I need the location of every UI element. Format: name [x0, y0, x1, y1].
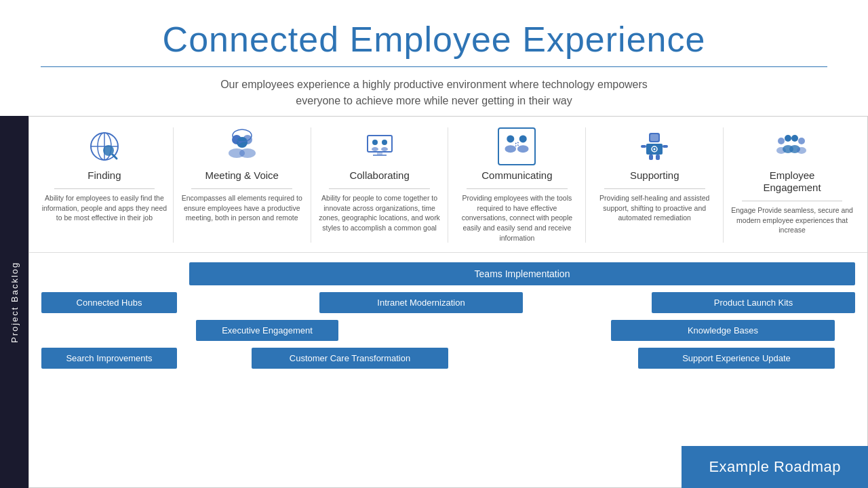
example-roadmap-badge: Example Roadmap: [682, 446, 868, 488]
svg-rect-12: [368, 136, 392, 152]
content-panel: Finding Ability for employees to easily …: [28, 116, 868, 488]
pillar-meeting: Meeting & Voice Encompasses all elements…: [174, 127, 311, 243]
svg-point-17: [372, 147, 378, 151]
svg-point-21: [505, 145, 517, 152]
pillar-finding-title: Finding: [87, 169, 121, 182]
customer-care-btn[interactable]: Customer Care Transformation: [252, 348, 448, 369]
svg-point-31: [654, 148, 656, 150]
header-section: Connected Employee Experience Our employ…: [0, 0, 868, 116]
svg-point-8: [237, 137, 248, 148]
globe-icon: [85, 127, 123, 165]
project-backlog-sidebar: Project Backlog: [0, 116, 28, 488]
pillar-engagement-title: Employee Engagement: [764, 169, 821, 194]
svg-point-34: [791, 135, 798, 142]
svg-point-16: [382, 140, 387, 145]
pillar-divider: [742, 201, 843, 201]
svg-point-22: [517, 145, 529, 152]
pillar-divider: [467, 188, 568, 189]
pillars-section: Finding Ability for employees to easily …: [29, 117, 867, 253]
pillar-divider: [604, 188, 705, 189]
support-experience-btn[interactable]: Support Experience Update: [638, 348, 835, 369]
pillar-communicating-title: Communicating: [481, 169, 552, 182]
intranet-modernization-btn[interactable]: Intranet Modernization: [319, 292, 523, 313]
pillar-collaborating: Collaborating Ability for people to come…: [311, 127, 449, 243]
page-container: Connected Employee Experience Our employ…: [0, 0, 868, 488]
knowledge-bases-btn[interactable]: Knowledge Bases: [611, 320, 835, 341]
svg-point-35: [798, 138, 805, 144]
pillar-meeting-desc: Encompasses all elements required to ens…: [179, 193, 305, 223]
roadmap-row-2: Connected Hubs Intranet Modernization Pr…: [41, 292, 855, 313]
pillar-supporting-desc: Providing self-healing and assisted supp…: [591, 193, 717, 223]
pillar-divider: [54, 188, 155, 189]
pillar-divider: [329, 188, 430, 189]
main-area: Project Backlog: [0, 116, 868, 488]
executive-engagement-btn[interactable]: Executive Engagement: [196, 320, 338, 341]
svg-rect-28: [649, 155, 653, 160]
pillar-supporting-title: Supporting: [630, 169, 679, 182]
connected-hubs-btn[interactable]: Connected Hubs: [41, 292, 177, 313]
svg-point-33: [785, 135, 791, 142]
roadmap-row-1: Teams Implementation: [41, 262, 855, 285]
teams-implementation-btn[interactable]: Teams Implementation: [189, 262, 855, 285]
pillar-divider: [191, 188, 292, 189]
pillar-communicating: Communicating Providing employees with t…: [448, 127, 586, 243]
pillar-collaborating-title: Collaborating: [349, 169, 409, 182]
communicate-icon: [498, 127, 536, 165]
svg-point-39: [797, 147, 806, 154]
pillar-finding-desc: Ability for employees to easily find the…: [41, 193, 167, 223]
meeting-icon: [223, 127, 261, 165]
main-title: Connected Employee Experience: [41, 19, 827, 60]
svg-rect-26: [641, 145, 646, 148]
header-divider: [41, 66, 827, 67]
svg-point-32: [778, 138, 785, 144]
svg-rect-27: [663, 145, 668, 148]
svg-point-15: [372, 140, 378, 145]
svg-rect-29: [656, 155, 660, 160]
engagement-icon: [773, 127, 811, 165]
product-launch-kits-btn[interactable]: Product Launch Kits: [652, 292, 855, 313]
roadmap-row-4: Search Improvements Customer Care Transf…: [41, 348, 855, 369]
pillar-communicating-desc: Providing employees with the tools requi…: [454, 193, 580, 243]
pillar-finding: Finding Ability for employees to easily …: [36, 127, 174, 243]
pillar-collaborating-desc: Ability for people to come together to i…: [317, 193, 443, 233]
svg-rect-24: [650, 134, 658, 141]
pillar-supporting: Supporting Providing self-healing and as…: [586, 127, 724, 243]
roadmap-row-3: Executive Engagement Knowledge Bases: [41, 320, 855, 341]
svg-point-20: [519, 135, 527, 142]
pillar-meeting-title: Meeting & Voice: [205, 169, 279, 182]
search-improvements-btn[interactable]: Search Improvements: [41, 348, 177, 369]
svg-point-10: [239, 148, 256, 158]
pillar-engagement-desc: Engage Provide seamless, secure and mode…: [729, 205, 855, 235]
pillar-engagement: Employee Engagement Engage Provide seaml…: [724, 127, 861, 243]
svg-point-19: [507, 135, 515, 142]
subtitle: Our employees experience a highly produc…: [41, 77, 827, 109]
collaborate-icon: [361, 127, 399, 165]
svg-point-18: [381, 147, 388, 151]
svg-line-5: [113, 155, 117, 159]
support-icon: [635, 127, 673, 165]
